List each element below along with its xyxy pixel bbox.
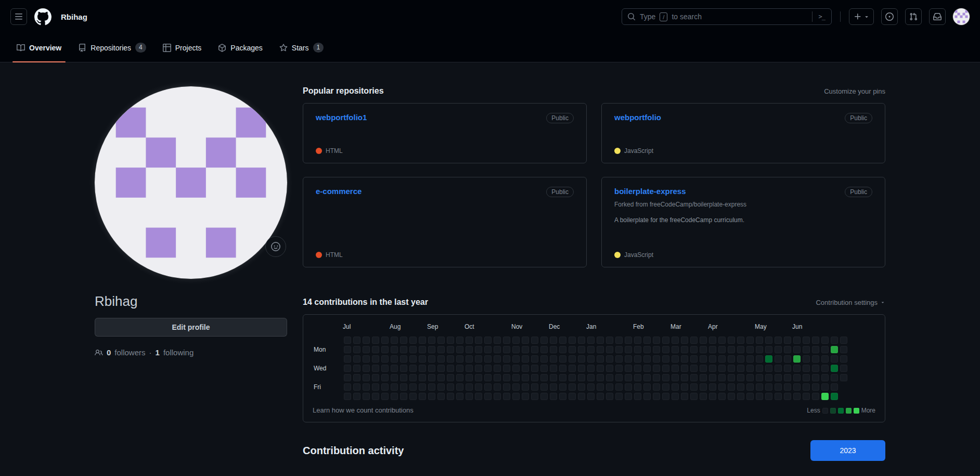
contribution-cell[interactable] [615, 355, 623, 363]
contribution-cell[interactable] [643, 383, 651, 391]
contribution-cell[interactable] [353, 374, 360, 381]
contribution-cell[interactable] [437, 337, 445, 344]
contribution-cell[interactable] [615, 346, 623, 353]
contribution-cell[interactable] [437, 365, 445, 372]
contribution-cell[interactable] [793, 383, 801, 391]
contribution-cell[interactable] [653, 355, 660, 363]
contribution-cell[interactable] [653, 365, 660, 372]
contribution-cell[interactable] [606, 355, 613, 363]
search-input[interactable]: Type / to search >_ [622, 8, 832, 25]
contribution-cell[interactable] [775, 337, 782, 344]
contribution-cell[interactable] [615, 393, 623, 400]
contribution-cell[interactable] [400, 337, 407, 344]
contribution-cell[interactable] [475, 346, 482, 353]
contribution-cell[interactable] [765, 383, 772, 391]
contribution-cell[interactable] [821, 365, 829, 372]
contribution-cell[interactable] [428, 393, 435, 400]
contribution-cell[interactable] [400, 355, 407, 363]
contribution-cell[interactable] [391, 383, 398, 391]
contribution-cell[interactable] [587, 346, 595, 353]
contribution-cell[interactable] [494, 393, 501, 400]
contribution-cell[interactable] [344, 337, 351, 344]
contribution-cell[interactable] [587, 337, 595, 344]
contribution-cell[interactable] [737, 337, 744, 344]
contribution-cell[interactable] [756, 337, 763, 344]
contribution-cell[interactable] [522, 346, 529, 353]
github-logo[interactable] [34, 8, 51, 25]
contribution-cell[interactable] [625, 346, 632, 353]
contribution-cell[interactable] [512, 355, 520, 363]
contribution-cell[interactable] [597, 346, 604, 353]
contribution-cell[interactable] [681, 374, 688, 381]
contribution-cell[interactable] [803, 383, 810, 391]
contribution-cell[interactable] [522, 365, 529, 372]
contribution-cell[interactable] [484, 383, 492, 391]
contribution-cell[interactable] [409, 346, 417, 353]
contribution-cell[interactable] [662, 393, 669, 400]
contribution-cell[interactable] [634, 374, 641, 381]
contribution-cell[interactable] [709, 383, 716, 391]
contribution-cell[interactable] [381, 393, 389, 400]
contribution-cell[interactable] [643, 374, 651, 381]
contribution-cell[interactable] [409, 393, 417, 400]
contribution-cell[interactable] [793, 374, 801, 381]
contribution-cell[interactable] [765, 355, 772, 363]
contribution-cell[interactable] [550, 393, 557, 400]
contribution-cell[interactable] [466, 337, 473, 344]
contribution-cell[interactable] [484, 365, 492, 372]
contribution-cell[interactable] [391, 374, 398, 381]
contribution-cell[interactable] [597, 393, 604, 400]
contribution-cell[interactable] [447, 393, 454, 400]
contribution-cell[interactable] [391, 365, 398, 372]
contribution-cell[interactable] [746, 393, 754, 400]
contribution-cell[interactable] [363, 393, 370, 400]
contribution-cell[interactable] [803, 355, 810, 363]
contribution-cell[interactable] [653, 374, 660, 381]
contribution-cell[interactable] [419, 355, 426, 363]
count-contributions-link[interactable]: Learn how we count contributions [313, 405, 414, 416]
contribution-cell[interactable] [831, 337, 838, 344]
contribution-cell[interactable] [690, 346, 698, 353]
contribution-cell[interactable] [569, 383, 576, 391]
contribution-cell[interactable] [587, 355, 595, 363]
contribution-cell[interactable] [681, 355, 688, 363]
contribution-cell[interactable] [793, 337, 801, 344]
contribution-cell[interactable] [372, 337, 379, 344]
profile-avatar[interactable] [95, 86, 287, 279]
contribution-cell[interactable] [512, 337, 520, 344]
contribution-cell[interactable] [681, 337, 688, 344]
contribution-cell[interactable] [634, 365, 641, 372]
contribution-cell[interactable] [690, 365, 698, 372]
contribution-cell[interactable] [494, 337, 501, 344]
contribution-cell[interactable] [728, 355, 735, 363]
contribution-cell[interactable] [737, 355, 744, 363]
contribution-cell[interactable] [690, 393, 698, 400]
contribution-cell[interactable] [812, 383, 819, 391]
contribution-cell[interactable] [456, 383, 463, 391]
contribution-cell[interactable] [681, 365, 688, 372]
contribution-cell[interactable] [672, 346, 679, 353]
contribution-cell[interactable] [569, 374, 576, 381]
contribution-cell[interactable] [709, 374, 716, 381]
contribution-cell[interactable] [606, 346, 613, 353]
contribution-cell[interactable] [550, 383, 557, 391]
contribution-cell[interactable] [746, 355, 754, 363]
contribution-cell[interactable] [662, 365, 669, 372]
contribution-cell[interactable] [597, 383, 604, 391]
contribution-cell[interactable] [756, 355, 763, 363]
contribution-cell[interactable] [803, 337, 810, 344]
contribution-cell[interactable] [672, 337, 679, 344]
contribution-cell[interactable] [625, 393, 632, 400]
contribution-cell[interactable] [344, 393, 351, 400]
contribution-cell[interactable] [625, 383, 632, 391]
contribution-cell[interactable] [728, 337, 735, 344]
contribution-cell[interactable] [466, 346, 473, 353]
contribution-cell[interactable] [812, 355, 819, 363]
contribution-cell[interactable] [606, 374, 613, 381]
repo-name-link[interactable]: webportfolio1 [316, 113, 367, 122]
contribution-cell[interactable] [400, 383, 407, 391]
contribution-cell[interactable] [653, 346, 660, 353]
contribution-cell[interactable] [803, 346, 810, 353]
inbox-button[interactable] [929, 8, 946, 25]
contribution-cell[interactable] [634, 383, 641, 391]
